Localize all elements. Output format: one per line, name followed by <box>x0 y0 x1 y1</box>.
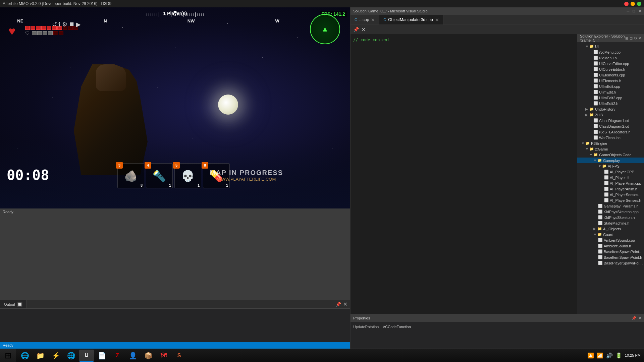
taskbar-app-globe[interactable]: 🌐 <box>64 350 78 362</box>
tree-item-r3engine[interactable]: ▼ 📁 R3Engine <box>577 140 644 146</box>
maximize-button[interactable] <box>637 2 641 6</box>
se-close[interactable]: ✕ <box>638 36 641 41</box>
tab-cpp[interactable]: C ...cpp ✕ <box>351 15 379 24</box>
hud-icon-2[interactable]: ℹ <box>58 21 61 28</box>
expand-zgame[interactable]: ▼ <box>585 147 589 151</box>
ide-close[interactable]: ✕ <box>638 9 641 13</box>
taskbar-doc[interactable]: 📄 <box>95 350 109 362</box>
expand-gameplay[interactable]: ▼ <box>593 159 597 162</box>
hud-icon-5[interactable]: ▶ <box>76 21 81 28</box>
hotbar-slot-4[interactable]: 4 🔦 1 <box>146 163 173 188</box>
taskbar-z[interactable]: Z <box>110 350 125 362</box>
tree-item-aiplayer-h[interactable]: ⬜ AI_Player.H <box>577 175 644 180</box>
expand-aifps[interactable]: ▼ <box>598 164 601 168</box>
tree-item-classdiag2[interactable]: ⬜ ClassDiagram2.cd <box>577 123 644 129</box>
tree-item-aiplayer-senses-h[interactable]: ⬜ AI_PlayerSenses.h <box>577 197 644 203</box>
tree-item-r3dmenu-h[interactable]: ⬜ r3dMenu.h <box>577 55 644 61</box>
expand-zlib[interactable]: ▶ <box>585 113 589 117</box>
game-viewport[interactable]: 1 Player(s) <box>0 7 350 208</box>
tray-network[interactable]: 📶 <box>597 352 603 359</box>
tree-item-ambientsound-cpp[interactable]: ⬜ AmbientSound.cpp <box>577 237 644 243</box>
tray-icon-1[interactable]: 🔼 <box>587 352 594 359</box>
tray-battery[interactable]: 🔋 <box>615 352 622 359</box>
ide-maximize[interactable]: □ <box>633 9 635 13</box>
tree-item-ambientsound-h[interactable]: ⬜ AmbientSound.h <box>577 243 644 249</box>
start-button[interactable]: ⊞ <box>0 349 16 362</box>
tree-item-baseitem-h[interactable]: ⬜ BaseItemSpawnPoint.h <box>577 254 644 260</box>
tree-item-r3dmenu-cpp[interactable]: ⬜ r3dMenu.cpp <box>577 49 644 55</box>
tree-item-r3dphys-cpp[interactable]: ⬜ r3dPhysSkeleton.cpp <box>577 209 644 215</box>
expand-gameobjects[interactable]: ▼ <box>589 153 593 157</box>
tree-item-gameobjects[interactable]: ▼ 📁 GameObjects Code <box>577 152 644 158</box>
tray-volume[interactable]: 🔊 <box>606 352 613 359</box>
tree-item-classdiag1[interactable]: ⬜ ClassDiagram1.cd <box>577 118 644 123</box>
taskbar-explorer[interactable]: 📁 <box>33 350 48 362</box>
tree-item-aiplayer-cpp[interactable]: ⬜ AI_Player.CPP <box>577 169 644 175</box>
tree-item-zlib[interactable]: ▶ 📁 ZLIB <box>577 112 644 118</box>
output-pin[interactable]: 📌 <box>335 302 341 307</box>
window-controls[interactable] <box>624 2 641 6</box>
expand-guard[interactable]: ▼ <box>593 233 597 236</box>
tree-item-uiimedit2-cpp[interactable]: ⬜ UIImEdit2.cpp <box>577 95 644 101</box>
ide-minimize[interactable]: ─ <box>627 9 630 13</box>
se-toolbar-2[interactable]: ⊡ <box>630 36 633 41</box>
expand-undo[interactable]: ▶ <box>585 107 589 111</box>
tree-item-baseplayer-cpp[interactable]: ⬜ BasePlayerSpawnPoint.cpp <box>577 260 644 266</box>
close-button[interactable] <box>624 2 629 6</box>
tree-item-gameplay-params[interactable]: ⬜ Gameplay_Params.h <box>577 203 644 209</box>
hud-icon-4[interactable]: ⏹ <box>69 21 75 28</box>
expand-r3engine[interactable]: ▼ <box>581 141 585 145</box>
tab-cpp-close[interactable]: ✕ <box>371 17 375 22</box>
tree-item-aifps[interactable]: ▼ 📁 AI FPS <box>577 163 644 169</box>
tree-item-gameplay[interactable]: ▼ 📁 Gameplay <box>577 158 644 163</box>
taskbar-chrome[interactable]: 🌐 <box>17 350 32 362</box>
hud-icon-3[interactable]: ⚙ <box>62 21 67 28</box>
tree-item-guard[interactable]: ▼ 📁 Guard <box>577 232 644 237</box>
taskbar-unreal[interactable]: U <box>79 350 94 362</box>
tree-item-zgame[interactable]: ▼ 📁 z:Game <box>577 146 644 152</box>
tab-objmanip-close[interactable]: ✕ <box>435 17 439 22</box>
tree-item-uicurve-h[interactable]: ⬜ UICurveEditor.h <box>577 66 644 72</box>
expand-ui[interactable]: ▼ <box>585 45 589 48</box>
toolbar-pin[interactable]: 📌 <box>353 27 359 32</box>
output-tab[interactable]: Output 🔲 <box>0 300 27 308</box>
tree-item-warzicon[interactable]: ⬜ WarZicon.ico <box>577 135 644 140</box>
taskbar-map[interactable]: 🗺 <box>156 350 171 362</box>
tree-item-uielements-h[interactable]: ⬜ UIElements.h <box>577 78 644 83</box>
tree-item-r3dstl[interactable]: ⬜ r3dSTLAllocators.h <box>577 129 644 135</box>
hud-icon-1[interactable]: ↺ <box>52 21 57 28</box>
hotbar-slot-3[interactable]: 3 🪨 8 <box>117 163 144 188</box>
minimize-button[interactable] <box>631 2 635 6</box>
tree-label-aiplayer-senses-cpp: AI_PlayerSenses.cpp <box>610 193 644 197</box>
taskbar-box[interactable]: 📦 <box>141 350 156 362</box>
taskbar-s[interactable]: S <box>172 350 186 362</box>
tree-item-r3dphys-h[interactable]: ⬜ r3dPhysSkeleton.h <box>577 215 644 220</box>
tree-item-ui[interactable]: ▼ 📁 UI <box>577 44 644 49</box>
taskbar-person[interactable]: 👤 <box>125 350 140 362</box>
se-toolbar-1[interactable]: ⊞ <box>625 36 628 41</box>
tree-item-statemachine[interactable]: ⬜ StateMachine.h <box>577 220 644 226</box>
prop-pin[interactable]: 📌 <box>632 316 636 320</box>
tree-item-aiplayer-anim-h[interactable]: ⬜ AI_PlayerAnim.h <box>577 186 644 192</box>
tree-item-uicurve-cpp[interactable]: ⬜ UICurveEditor.cpp <box>577 61 644 66</box>
expand-alobjects[interactable]: ▶ <box>593 227 597 231</box>
tree-item-uiimedit2-h[interactable]: ⬜ UIImEdit2.h <box>577 101 644 106</box>
toolbar-close[interactable]: ✕ <box>362 27 366 32</box>
tree-item-alobjects[interactable]: ▶ 📁 Al_Objects <box>577 226 644 232</box>
tree-item-baseitem-cpp[interactable]: ⬜ BaseItemSpawnPoint.cpp <box>577 249 644 254</box>
tab-objectmanip[interactable]: C ObjectManipulator3d.cpp ✕ <box>379 15 443 24</box>
tree-item-aiplayer-anim-cpp[interactable]: ⬜ AI_PlayerAnim.cpp <box>577 180 644 186</box>
output-close[interactable]: ✕ <box>343 301 347 307</box>
se-toolbar-3[interactable]: ↻ <box>634 36 637 41</box>
code-editor[interactable]: // code content <box>351 34 577 314</box>
taskbar-app-red[interactable]: ⚡ <box>48 350 63 362</box>
hotbar-slot-5[interactable]: 5 💀 1 <box>174 163 201 188</box>
tree-item-uielements-cpp[interactable]: ⬜ UIElements.cpp <box>577 72 644 78</box>
tree-item-uiimedit-cpp[interactable]: ⬜ UIImEdit.cpp <box>577 83 644 89</box>
tree-item-aiplayer-senses-cpp[interactable]: ⬜ AI_PlayerSenses.cpp <box>577 192 644 197</box>
tree-item-uiimedit-h[interactable]: ⬜ UiimEdit.h <box>577 89 644 95</box>
tree-item-undohistory[interactable]: ▶ 📁 UndoHistory <box>577 106 644 112</box>
taskbar-clock[interactable]: 10:25 PM <box>625 353 641 358</box>
prop-close[interactable]: ✕ <box>638 316 641 320</box>
ide-window-controls[interactable]: ─ □ ✕ <box>627 9 641 13</box>
